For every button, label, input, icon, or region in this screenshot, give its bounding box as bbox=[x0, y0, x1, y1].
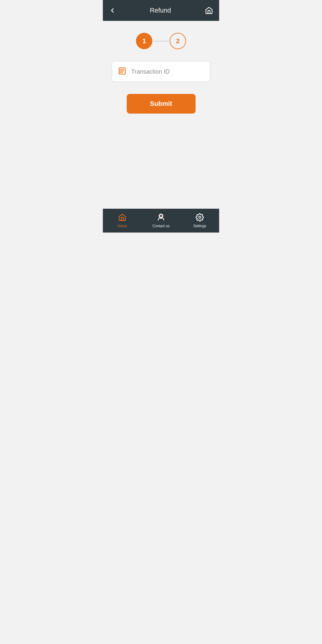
settings-icon bbox=[196, 213, 204, 223]
step-2: 2 bbox=[170, 33, 186, 49]
settings-label: Settings bbox=[193, 224, 206, 228]
nav-settings[interactable]: Settings bbox=[180, 213, 219, 228]
svg-point-7 bbox=[199, 216, 201, 219]
back-button[interactable] bbox=[109, 7, 116, 14]
bottom-nav: Home Contact us Settings bbox=[103, 209, 219, 233]
home-label: Home bbox=[117, 224, 127, 228]
nav-home[interactable]: Home bbox=[103, 213, 142, 228]
svg-rect-4 bbox=[119, 69, 120, 74]
contact-icon bbox=[157, 213, 165, 223]
svg-point-5 bbox=[160, 215, 162, 217]
transaction-id-input[interactable] bbox=[131, 68, 204, 75]
nav-contact[interactable]: Contact us bbox=[142, 213, 180, 228]
submit-button[interactable]: Submit bbox=[127, 94, 196, 114]
home-icon bbox=[118, 213, 126, 223]
step-connector bbox=[154, 41, 168, 41]
step-1: 1 bbox=[136, 33, 152, 49]
home-button[interactable] bbox=[205, 6, 213, 15]
transaction-id-container bbox=[112, 61, 210, 82]
contact-label: Contact us bbox=[152, 224, 169, 228]
header: Refund bbox=[103, 0, 219, 21]
transaction-icon bbox=[118, 67, 126, 76]
steps-indicator: 1 2 bbox=[136, 33, 186, 49]
page-title: Refund bbox=[150, 7, 171, 14]
main-content: 1 2 Submit bbox=[103, 21, 219, 209]
